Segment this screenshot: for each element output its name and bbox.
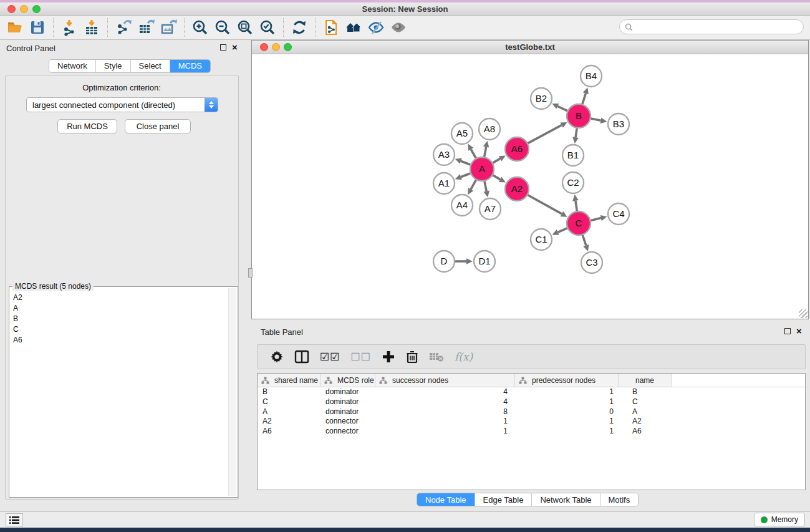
mcds-result-list[interactable]: A2ABCA6	[11, 292, 228, 496]
tab-network-table[interactable]: Network Table	[532, 493, 600, 506]
task-history-button[interactable]	[6, 513, 23, 526]
close-window-button[interactable]	[7, 5, 16, 13]
table-row[interactable]: A2connector11A2	[258, 417, 805, 427]
table-cell[interactable]: A	[619, 407, 672, 417]
table-row[interactable]: Cdominator41C	[258, 397, 805, 407]
select-all-icon[interactable]: ☑☑	[320, 348, 340, 365]
mcds-result-scrollbar[interactable]	[228, 288, 236, 496]
home-icon[interactable]	[342, 17, 365, 37]
graph-edge-A-A5[interactable]	[471, 149, 476, 158]
graph-edge-A-A1[interactable]	[461, 173, 470, 177]
table-row[interactable]: A6connector11A6	[258, 427, 805, 437]
save-session-icon[interactable]	[26, 17, 49, 37]
table-cell[interactable]: dominator	[321, 397, 375, 407]
show-column-panel-icon[interactable]	[294, 348, 309, 365]
table-row[interactable]: Bdominator41B	[258, 387, 805, 397]
table-row[interactable]: Adominator80A	[258, 407, 805, 417]
import-table-icon[interactable]	[80, 17, 103, 37]
run-mcds-button[interactable]: Run MCDS	[57, 119, 117, 133]
table-cell[interactable]: 1	[515, 397, 619, 407]
table-cell[interactable]: 1	[375, 427, 515, 437]
tab-mcds[interactable]: MCDS	[170, 60, 210, 72]
graph-edge-A-A4[interactable]	[471, 180, 476, 190]
mcds-result-item[interactable]: B	[11, 313, 228, 324]
graph-node-C1[interactable]: C1	[531, 229, 552, 250]
network-minimize-button[interactable]	[272, 43, 280, 51]
graph-edge-A-A3[interactable]	[461, 161, 470, 165]
graph-node-A7[interactable]: A7	[480, 198, 501, 220]
graph-edge-A6-B[interactable]	[528, 125, 562, 143]
table-cell[interactable]: 1	[375, 417, 515, 427]
zoom-out-icon[interactable]	[211, 17, 234, 37]
column-header-successor-nodes[interactable]: successor nodes	[375, 374, 515, 387]
zoom-in-icon[interactable]	[189, 17, 211, 37]
graph-edge-B-B1[interactable]	[576, 128, 577, 137]
graph-node-B4[interactable]: B4	[581, 65, 602, 87]
graph-node-A3[interactable]: A3	[433, 144, 455, 165]
column-header-shared-name[interactable]: shared name	[258, 374, 321, 387]
table-cell[interactable]: 4	[375, 397, 515, 407]
tab-node-table[interactable]: Node Table	[417, 493, 475, 506]
close-panel-icon[interactable]: ×	[232, 44, 238, 51]
network-graph[interactable]: B4B2BB3A8A5A6A3B1AA1C2A2A4A7C4CC1C3DD1	[253, 56, 808, 320]
refresh-layout-icon[interactable]	[288, 17, 311, 37]
graph-node-D[interactable]: D	[433, 251, 455, 272]
network-window-titlebar[interactable]: testGlobe.txt	[252, 41, 808, 54]
graph-edge-B-B3[interactable]	[591, 118, 601, 120]
graph-edge-C-C3[interactable]	[582, 235, 586, 246]
zoom-window-button[interactable]	[32, 5, 41, 13]
close-panel-button[interactable]: Close panel	[125, 119, 191, 133]
graph-node-A5[interactable]: A5	[451, 123, 473, 144]
table-cell[interactable]: A2	[619, 417, 672, 427]
delete-table-icon[interactable]	[429, 348, 444, 365]
graph-edge-B-B2[interactable]	[557, 106, 567, 110]
graph-node-A2[interactable]: A2	[505, 177, 529, 201]
optimization-select[interactable]: largest connected component (directed)	[26, 97, 218, 112]
table-cell[interactable]: connector	[321, 427, 375, 437]
tab-select[interactable]: Select	[131, 60, 170, 72]
graph-edge-B-B4[interactable]	[582, 94, 586, 104]
deselect-all-icon[interactable]: ☐☐	[350, 348, 370, 365]
table-cell[interactable]: C	[258, 397, 321, 407]
zoom-fit-icon[interactable]	[234, 17, 256, 37]
graph-node-C[interactable]: C	[567, 211, 591, 235]
float-panel-icon[interactable]	[220, 44, 226, 51]
network-canvas[interactable]: B4B2BB3A8A5A6A3B1AA1C2A2A4A7C4CC1C3DD1	[253, 56, 807, 317]
graph-node-A6[interactable]: A6	[505, 137, 529, 161]
graph-node-C3[interactable]: C3	[581, 252, 602, 273]
mcds-result-item[interactable]: C	[11, 324, 228, 334]
graph-node-C4[interactable]: C4	[608, 203, 629, 225]
graph-node-A8[interactable]: A8	[479, 118, 500, 140]
function-builder-icon[interactable]: f(x)	[455, 348, 473, 365]
graph-edge-C-C2[interactable]	[576, 201, 577, 211]
table-cell[interactable]: B	[258, 387, 321, 397]
tab-network[interactable]: Network	[49, 60, 96, 72]
export-network-icon[interactable]	[112, 17, 135, 37]
graph-node-D1[interactable]: D1	[474, 251, 495, 272]
add-column-icon[interactable]	[382, 348, 395, 365]
zoom-selected-icon[interactable]	[256, 17, 279, 37]
tab-motifs[interactable]: Motifs	[600, 493, 639, 506]
show-graphics-details-icon[interactable]	[387, 17, 410, 37]
splitter-handle[interactable]	[248, 268, 253, 278]
new-network-from-file-icon[interactable]	[320, 17, 342, 37]
table-cell[interactable]: A	[258, 407, 321, 417]
export-table-icon[interactable]	[135, 17, 157, 37]
open-file-icon[interactable]	[4, 17, 26, 37]
column-header-MCDS-role[interactable]: MCDS role	[321, 374, 375, 387]
graph-node-B[interactable]: B	[567, 104, 591, 128]
search-input[interactable]	[636, 21, 803, 32]
table-cell[interactable]: 4	[375, 387, 515, 397]
memory-button[interactable]: Memory	[754, 513, 805, 526]
tab-edge-table[interactable]: Edge Table	[475, 493, 533, 506]
table-cell[interactable]: 0	[515, 407, 619, 417]
table-cell[interactable]: 1	[515, 427, 619, 437]
graph-edge-C-C1[interactable]	[558, 228, 567, 233]
graph-node-A1[interactable]: A1	[433, 173, 455, 194]
search-field[interactable]	[619, 19, 804, 34]
table-cell[interactable]: C	[619, 397, 672, 407]
graph-node-C2[interactable]: C2	[562, 172, 584, 193]
import-network-icon[interactable]	[58, 17, 80, 37]
table-cell[interactable]: connector	[321, 417, 375, 427]
table-cell[interactable]: A6	[258, 427, 321, 437]
